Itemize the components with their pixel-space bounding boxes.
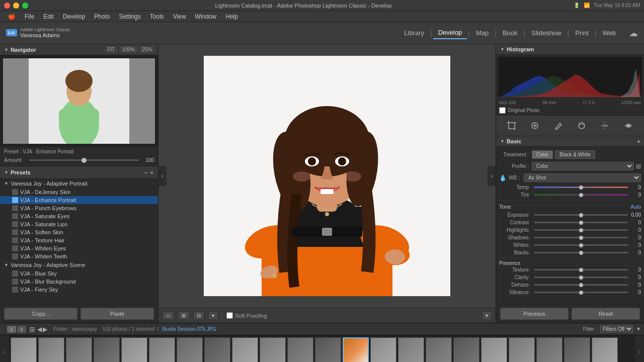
close-button[interactable] (4, 3, 10, 9)
filmstrip-next-icon[interactable]: ▶ (43, 326, 47, 333)
page-badge-2[interactable]: 2 (17, 326, 26, 333)
fs-thumb-6[interactable] (149, 337, 175, 363)
fs-thumb-5[interactable] (121, 337, 147, 363)
fs-thumb-4[interactable] (94, 337, 120, 363)
preset-punch-eyebrows[interactable]: VJA - Punch Eyebrows (0, 204, 158, 212)
preset-texture-hair[interactable]: VJA - Texture Hair (0, 236, 158, 244)
menu-photo[interactable]: Photo (90, 12, 114, 21)
soft-proof-checkbox[interactable] (226, 312, 233, 319)
gradient-tool[interactable] (575, 119, 589, 133)
amount-slider[interactable] (29, 159, 139, 161)
clarity-slider[interactable] (534, 277, 628, 278)
menu-settings[interactable]: Settings (115, 12, 144, 21)
shadows-slider[interactable] (534, 237, 628, 238)
fs-thumb-10[interactable] (260, 337, 286, 363)
nav-print[interactable]: Print (570, 27, 594, 39)
fs-thumb-16[interactable] (426, 337, 452, 363)
fs-thumb-2[interactable] (38, 337, 64, 363)
zoom100-btn[interactable]: 100% (120, 46, 137, 53)
fs-thumb-21[interactable] (564, 337, 590, 363)
presets-plus[interactable]: + (150, 168, 154, 176)
temp-slider[interactable] (534, 187, 628, 188)
preset-whiten-eyes[interactable]: VJA - Whiten Eyes (0, 244, 158, 252)
fs-thumb-13[interactable] (343, 337, 369, 363)
fs-thumb-7[interactable] (177, 337, 203, 363)
brush-tool[interactable] (551, 119, 566, 133)
fit-btn[interactable]: FIT (105, 46, 117, 53)
original-photo-checkbox[interactable] (499, 107, 506, 114)
menu-develop[interactable]: Develop (59, 12, 89, 21)
color-btn[interactable]: Color (532, 150, 553, 159)
view-grid-icon[interactable]: ⊞ (29, 325, 35, 333)
preset-group-portrait-header[interactable]: ▼ Vanessa Joy - Adaptive Portrait (0, 179, 158, 188)
page-badge-1[interactable]: 1 (7, 326, 16, 333)
tone-auto-btn[interactable]: Auto (630, 204, 641, 210)
navigator-header[interactable]: ▼ Navigator FIT 100% 25% (0, 44, 158, 55)
fs-thumb-3[interactable] (66, 337, 92, 363)
red-eye-tool[interactable] (621, 119, 635, 133)
tint-slider[interactable] (534, 194, 628, 196)
fs-thumb-19[interactable] (509, 337, 535, 363)
preset-saturate-eyes[interactable]: VJA - Saturate Eyes (0, 212, 158, 220)
filter-select[interactable]: Filters Off Rated Flagged (600, 325, 633, 333)
radial-tool[interactable] (598, 119, 612, 133)
menu-file[interactable]: File (21, 12, 38, 21)
photo-next-arrow[interactable]: › (488, 166, 496, 186)
vibrance-slider[interactable] (534, 292, 628, 293)
view-zoom-btn[interactable]: ▾ (208, 311, 218, 320)
filmstrip-right-arrow[interactable]: › (635, 335, 644, 362)
traffic-lights[interactable] (4, 3, 28, 9)
zoom25-btn[interactable]: 25% (140, 46, 154, 53)
filter-icon[interactable]: ▾ (637, 325, 640, 332)
preset-dejersey[interactable]: VJA - DeJersey Skin (0, 188, 158, 196)
menu-edit[interactable]: Edit (39, 12, 58, 21)
preset-enhance[interactable]: VJA - Enhance Portrait (0, 196, 158, 204)
photo-prev-arrow[interactable]: ‹ (158, 166, 167, 186)
preset-group-scene-header[interactable]: ▼ Vanessa Joy - Adaptive Scene (0, 260, 158, 269)
nav-web[interactable]: Web (598, 27, 621, 39)
navigator-controls[interactable]: FIT 100% 25% (105, 46, 154, 53)
exposure-slider[interactable] (534, 214, 628, 216)
view-grid-btn[interactable]: ⊟ (193, 311, 204, 320)
profile-grid-icon[interactable]: ⊞ (636, 163, 641, 170)
fs-thumb-9[interactable] (232, 337, 258, 363)
highlights-slider[interactable] (534, 229, 628, 231)
crop-tool[interactable] (505, 119, 519, 133)
preset-whiten-teeth[interactable]: VJA - Whiten Teeth (0, 252, 158, 260)
fs-thumb-17[interactable] (453, 337, 479, 363)
filmstrip-prev-icon[interactable]: ◀ (37, 326, 42, 333)
menu-window[interactable]: Window (191, 12, 221, 21)
menu-lightroom[interactable]: 🍎 (4, 12, 20, 21)
nav-slideshow[interactable]: Slideshow (526, 27, 566, 39)
texture-slider[interactable] (534, 269, 628, 270)
reset-button[interactable]: Reset (572, 308, 640, 320)
fs-thumb-20[interactable] (536, 337, 562, 363)
basic-header[interactable]: ▼ Basic ▾ (496, 136, 644, 147)
whites-slider[interactable] (534, 244, 628, 246)
presets-minus[interactable]: − (144, 168, 148, 176)
filmstrip-left-arrow[interactable]: ‹ (0, 335, 9, 362)
zoom-down-btn[interactable]: ▾ (482, 311, 492, 320)
contrast-slider[interactable] (534, 222, 628, 223)
fs-thumb-12[interactable] (315, 337, 341, 363)
nav-library[interactable]: Library (399, 27, 429, 39)
eyedropper-icon[interactable]: 💧 (499, 174, 507, 182)
profile-select[interactable]: Color Adobe Color Adobe Portrait (532, 162, 634, 170)
preset-blur-bg[interactable]: VJA - Blur Background (0, 278, 158, 286)
file-text[interactable]: Studio Session-075.JPG (162, 326, 216, 332)
wb-select[interactable]: As Shot Auto Daylight Cloudy Custom (524, 173, 641, 182)
dehaze-slider[interactable] (534, 284, 628, 286)
fs-thumb-14[interactable] (370, 337, 396, 363)
nav-book[interactable]: Book (498, 27, 523, 39)
soft-proof-check[interactable]: Soft Proofing (226, 312, 267, 319)
fs-thumb-18[interactable] (481, 337, 507, 363)
nav-develop[interactable]: Develop (433, 27, 467, 39)
fs-thumb-1[interactable] (11, 337, 37, 363)
original-photo-row[interactable]: Original Photo (496, 106, 644, 116)
presets-header[interactable]: ▼ Presets − + (0, 166, 158, 179)
view-compare-btn[interactable]: ⊞ (178, 311, 189, 320)
fs-thumb-8[interactable] (204, 337, 230, 363)
preset-fiery-sky[interactable]: VJA - Fiery Sky (0, 286, 158, 294)
blacks-slider[interactable] (534, 252, 628, 253)
previous-button[interactable]: Previous (500, 308, 569, 320)
